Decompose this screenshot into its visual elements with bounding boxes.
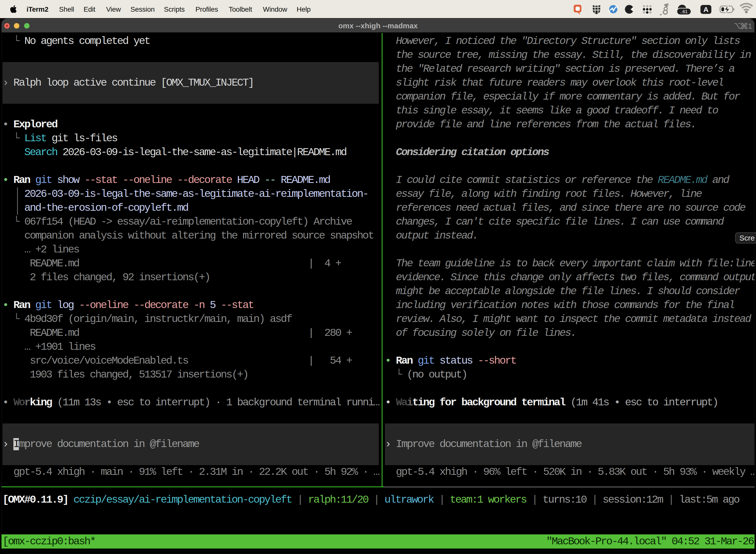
svg-text:1: 1	[748, 22, 752, 30]
svg-text:..61: ..61	[680, 9, 688, 14]
svg-text:A: A	[703, 6, 708, 13]
